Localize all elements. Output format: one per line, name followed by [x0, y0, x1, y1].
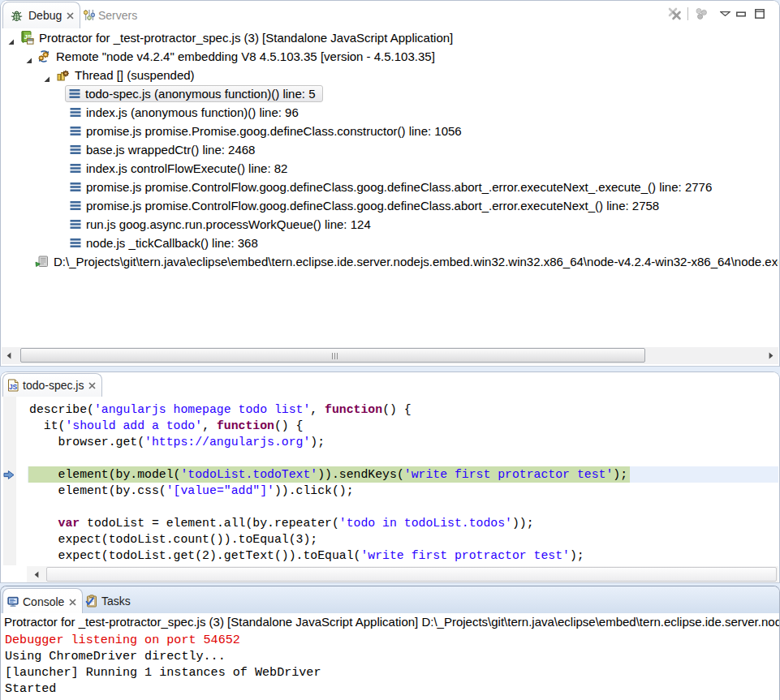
console-line: Started — [5, 681, 778, 698]
code-segment: element(by.model( — [29, 468, 180, 481]
stack-frame-icon — [70, 182, 81, 192]
code-line: it('should add a todo', function() { — [28, 418, 778, 434]
stack-frame-icon — [70, 107, 81, 118]
code-line-text: expect(todoList.get(2).getText()).toEqua… — [29, 549, 584, 562]
tree-row[interactable]: JS Protractor for _test-protractor_spec.… — [2, 28, 778, 47]
editor-scrollbar-thumb[interactable] — [46, 567, 777, 582]
console-tab-bar: Console Tasks — [1, 586, 779, 613]
tree-item[interactable]: node.js _tickCallback() line: 368 — [70, 234, 258, 252]
tree-row[interactable]: node.js _tickCallback() line: 368 — [2, 234, 778, 252]
twistie-expanded-icon[interactable] — [25, 53, 32, 67]
tree-item[interactable]: promise.js promise.ControlFlow.goog.defi… — [70, 178, 712, 196]
tree-row[interactable]: index.js (anonymous function)() line: 96 — [2, 103, 778, 122]
minimize-icon[interactable] — [733, 5, 749, 23]
remove-terminated-icon[interactable] — [667, 5, 683, 23]
tree-row[interactable]: todo-spec.js (anonymous function)() line… — [2, 84, 778, 103]
tree-row[interactable]: base.js wrappedCtr() line: 2468 — [2, 140, 778, 159]
tree-item-label: Remote "node v4.2.4" embedding V8 4.5.10… — [56, 49, 435, 63]
tab-debug-label: Debug — [28, 9, 62, 22]
stack-frame-icon — [70, 126, 81, 136]
tree-item[interactable]: base.js wrappedCtr() line: 2468 — [70, 140, 255, 159]
close-icon[interactable] — [68, 598, 77, 607]
editor-horizontal-scrollbar[interactable] — [27, 566, 778, 582]
close-icon[interactable] — [66, 11, 75, 20]
code-segment: ); — [570, 549, 584, 562]
tree-item-label: promise.js promise.ControlFlow.goog.defi… — [86, 180, 712, 194]
tree-item[interactable]: index.js controlFlowExecute() line: 82 — [70, 159, 287, 178]
scrollbar-grip — [332, 353, 339, 359]
console-output[interactable]: Protractor for _test-protractor_spec.js … — [2, 613, 778, 700]
code-line-text: it('should add a todo', function() { — [29, 419, 303, 432]
twistie-expanded-icon[interactable] — [43, 71, 50, 85]
tree-row[interactable]: index.js controlFlowExecute() line: 82 — [2, 159, 778, 178]
console-icon — [7, 596, 19, 608]
tree-item-selected[interactable]: todo-spec.js (anonymous function)() line… — [65, 85, 323, 102]
view-menu-icon[interactable] — [717, 5, 733, 23]
tree-row[interactable]: promise.js promise.ControlFlow.goog.defi… — [2, 196, 778, 215]
code-string-segment: 'write first protractor test' — [360, 549, 570, 562]
code-segment: browser.get( — [29, 436, 144, 449]
console-line: Using ChromeDriver directly... — [5, 649, 778, 665]
code-segment: )).click(); — [274, 484, 354, 497]
tab-console-label: Console — [23, 595, 64, 608]
console-line: [launcher] Running 1 instances of WebDri… — [5, 665, 778, 681]
tree-item[interactable]: index.js (anonymous function)() line: 96 — [70, 103, 299, 122]
code-segment: ); — [613, 468, 627, 481]
tree-item[interactable]: run.js goog.async.run.processWorkQueue()… — [70, 215, 371, 234]
tree-item[interactable]: D:\_Projects\git\tern.java\eclipse\embed… — [35, 252, 778, 271]
debug-scrollbar-thumb[interactable] — [20, 348, 645, 363]
code-lines: describe('angularjs homepage todo list',… — [28, 402, 778, 564]
debug-view: Debug Servers JS Protra — [0, 0, 780, 367]
scroll-right-icon[interactable] — [764, 347, 778, 364]
console-process-title: Protractor for _test-protractor_spec.js … — [2, 613, 778, 629]
thread-icon — [56, 69, 70, 82]
tab-tasks[interactable]: Tasks — [85, 588, 131, 613]
close-icon[interactable] — [88, 381, 97, 390]
code-segment: expect(todoList.count()).toEqual(3); — [29, 533, 317, 546]
code-string-segment: 'angularjs homepage todo list' — [94, 403, 310, 416]
code-editor[interactable]: describe('angularjs homepage todo list',… — [2, 397, 778, 565]
code-line-text: describe('angularjs homepage todo list',… — [29, 403, 412, 416]
console-line-error: Debugger listening on port 54652 — [5, 633, 778, 649]
code-segment: () { — [382, 403, 412, 416]
tree-item[interactable]: JS Protractor for _test-protractor_spec.… — [20, 28, 453, 47]
tree-row[interactable]: promise.js promise.ControlFlow.goog.defi… — [2, 178, 778, 196]
code-line-text: expect(todoList.count()).toEqual(3); — [29, 533, 317, 546]
code-segment — [29, 517, 58, 530]
tree-item[interactable]: promise.js promise.ControlFlow.goog.defi… — [70, 196, 659, 215]
tree-item-label: promise.js promise.Promise.goog.defineCl… — [86, 124, 462, 138]
maximize-icon[interactable] — [752, 5, 768, 23]
editor-tab-bar: JS todo-spec.js — [1, 372, 779, 397]
threads-suspended-icon[interactable] — [693, 5, 709, 23]
scroll-left-icon[interactable] — [2, 347, 16, 364]
tree-row[interactable]: run.js goog.async.run.processWorkQueue()… — [2, 215, 778, 234]
code-segment: ); — [310, 436, 325, 449]
tree-row[interactable]: D:\_Projects\git\tern.java\eclipse\embed… — [2, 252, 778, 271]
tree-item-label: node.js _tickCallback() line: 368 — [86, 236, 258, 250]
tab-debug[interactable]: Debug — [2, 2, 80, 28]
twistie-expanded-icon[interactable] — [7, 34, 15, 48]
instruction-pointer-icon — [3, 469, 15, 483]
tree-row[interactable]: promise.js promise.Promise.goog.defineCl… — [2, 122, 778, 140]
tab-todo-spec[interactable]: JS todo-spec.js — [2, 373, 102, 397]
tab-servers[interactable]: Servers — [80, 2, 137, 28]
code-line-text: browser.get('https://angularjs.org'); — [29, 436, 325, 449]
scroll-left-icon[interactable] — [29, 566, 44, 583]
code-line: expect(todoList.count()).toEqual(3); — [28, 531, 778, 548]
debug-horizontal-scrollbar[interactable] — [2, 347, 778, 364]
tree-item[interactable]: Thread [] (suspended) — [56, 66, 195, 84]
stack-frame-icon — [69, 88, 80, 99]
code-segment: element(by.css( — [29, 484, 166, 497]
tree-item[interactable]: Remote "node v4.2.4" embedding V8 4.5.10… — [37, 47, 435, 66]
tree-item-label: run.js goog.async.run.processWorkQueue()… — [86, 217, 371, 231]
tree-item-label: todo-spec.js (anonymous function)() line… — [85, 87, 315, 101]
tree-item[interactable]: promise.js promise.Promise.goog.defineCl… — [70, 122, 462, 140]
console-view: Console Tasks Protractor for _test-protr… — [0, 586, 780, 700]
tab-console[interactable]: Console — [2, 588, 83, 614]
tree-row[interactable]: Remote "node v4.2.4" embedding V8 4.5.10… — [2, 47, 778, 66]
tree-item-label: base.js wrappedCtr() line: 2468 — [86, 143, 255, 157]
code-segment: , — [202, 419, 217, 432]
tasks-icon — [85, 595, 97, 608]
tree-item-label: index.js (anonymous function)() line: 96 — [86, 105, 299, 119]
tree-row[interactable]: Thread [] (suspended) — [2, 66, 778, 84]
